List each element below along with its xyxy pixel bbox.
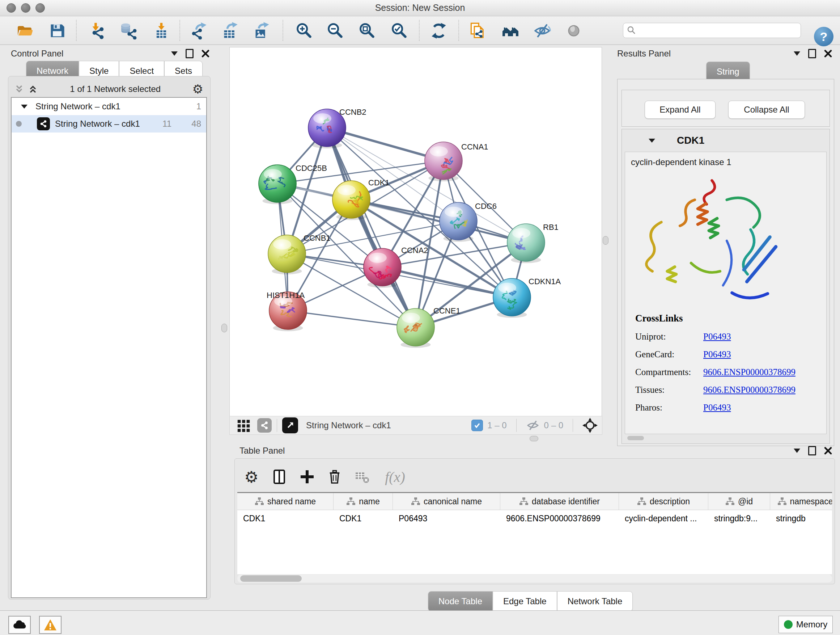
string-home-button[interactable] <box>501 21 520 40</box>
memory-status-button[interactable]: Memory <box>778 616 833 633</box>
column-header--id[interactable]: @id <box>708 493 770 510</box>
edge-CCNB2-CCNE1[interactable] <box>327 128 416 327</box>
export-network-button[interactable] <box>190 21 209 40</box>
table-cell[interactable]: cyclin-dependent ... <box>619 510 708 527</box>
node-CCNA1[interactable] <box>425 142 462 181</box>
clone-network-button[interactable] <box>469 21 487 40</box>
function-builder-button[interactable]: f(x) <box>379 467 411 487</box>
node-CCNB1[interactable] <box>268 235 306 274</box>
node-RB1[interactable] <box>507 224 545 263</box>
crosslink-value-link[interactable]: P06493 <box>703 402 731 413</box>
zoom-out-button[interactable] <box>325 21 344 40</box>
column-header-canonical-name[interactable]: canonical name <box>393 493 500 510</box>
cloud-status-button[interactable] <box>8 616 31 634</box>
network-collection-row[interactable]: String Network – cdk1 1 <box>11 98 206 115</box>
node-CDC25B[interactable] <box>259 165 296 204</box>
gear-icon[interactable]: ⚙ <box>193 82 203 96</box>
node-CCNE1[interactable] <box>397 309 434 348</box>
birdseye-view-icon[interactable] <box>282 417 298 433</box>
help-button[interactable]: ? <box>814 27 834 46</box>
import-network-file-button[interactable] <box>88 21 107 40</box>
float-panel-icon[interactable] <box>186 49 194 58</box>
save-session-button[interactable] <box>48 21 66 40</box>
node-CDKN1A[interactable] <box>493 279 531 318</box>
selected-checkbox-icon[interactable] <box>471 420 483 431</box>
search-input[interactable] <box>636 25 797 35</box>
delete-column-button[interactable] <box>325 467 345 487</box>
string-network-graph[interactable]: CCNB2CCNA1CDC25BCDK1CDC6RB1CCNB1CCNA2CDK… <box>230 48 602 416</box>
import-table-file-button[interactable] <box>152 21 171 40</box>
column-header-shared-name[interactable]: shared name <box>237 493 333 510</box>
crosslinks-list: Uniprot:P06493GeneCard:P06493Compartment… <box>635 332 796 413</box>
import-network-database-button[interactable] <box>119 21 138 40</box>
table-cell[interactable]: stringdb:9... <box>708 510 770 527</box>
table-cell[interactable]: CDK1 <box>237 510 333 527</box>
close-panel-icon[interactable] <box>824 447 832 455</box>
crosslink-value-link[interactable]: 9606.ENSP00000378699 <box>703 367 796 377</box>
network-view-canvas[interactable]: CCNB2CCNA1CDC25BCDK1CDC6RB1CCNB1CCNA2CDK… <box>229 47 602 416</box>
status-separator <box>277 419 277 432</box>
edge-CCNA2-CDKN1A[interactable] <box>382 267 512 297</box>
table-cell[interactable]: stringdb <box>770 510 832 527</box>
tab-node-table[interactable]: Node Table <box>428 591 493 611</box>
show-all-button[interactable] <box>564 21 583 40</box>
panel-menu-caret-icon[interactable] <box>794 51 800 56</box>
right-splitter-grip[interactable] <box>603 236 608 245</box>
tab-network-table[interactable]: Network Table <box>557 591 633 611</box>
grid-view-icon[interactable] <box>236 418 251 433</box>
table-hscroll-thumb[interactable] <box>240 575 302 582</box>
left-splitter-grip[interactable] <box>221 324 227 333</box>
panel-menu-caret-icon[interactable] <box>171 51 178 56</box>
node-CDK1[interactable] <box>332 181 370 220</box>
collection-expand-caret-icon[interactable] <box>20 103 28 109</box>
column-header-namespace[interactable]: namespace <box>770 493 832 510</box>
crosslink-value-link[interactable]: 9606.ENSP00000378699 <box>703 385 796 395</box>
zoom-in-button[interactable] <box>294 21 313 40</box>
panel-menu-caret-icon[interactable] <box>794 448 800 453</box>
column-header-name[interactable]: name <box>333 493 393 510</box>
zoom-selected-button[interactable] <box>390 21 409 40</box>
export-image-button[interactable] <box>253 21 271 40</box>
selected-count: 1 – 0 <box>487 420 507 431</box>
edge-CDK1-RB1[interactable] <box>351 200 526 242</box>
gene-section-header[interactable]: CDK1 <box>622 129 829 152</box>
zoom-fit-button[interactable] <box>357 21 376 40</box>
show-columns-button[interactable] <box>270 467 290 487</box>
collapse-all-chevron-icon[interactable] <box>14 84 25 95</box>
collapse-all-button[interactable]: Collapse All <box>728 101 805 119</box>
results-panel-title: Results Panel <box>617 49 671 59</box>
expand-all-button[interactable]: Expand All <box>645 101 715 119</box>
export-table-button[interactable] <box>221 21 240 40</box>
bottom-splitter-grip[interactable] <box>530 436 538 441</box>
section-collapse-caret-icon[interactable] <box>648 138 656 143</box>
expand-all-chevron-icon[interactable] <box>27 84 38 95</box>
crosslink-value-link[interactable]: P06493 <box>703 349 731 359</box>
delete-table-button[interactable] <box>352 467 372 487</box>
results-hscroll-thumb[interactable] <box>627 436 644 440</box>
fit-content-crosshair-icon[interactable] <box>583 418 598 433</box>
column-header-database-identifier[interactable]: database identifier <box>500 493 619 510</box>
column-header-description[interactable]: description <box>619 493 708 510</box>
close-panel-icon[interactable] <box>202 50 210 57</box>
crosslink-value-link[interactable]: P06493 <box>703 332 731 342</box>
close-panel-icon[interactable] <box>824 50 832 57</box>
search-field[interactable] <box>623 23 801 38</box>
warnings-button[interactable] <box>39 616 62 634</box>
column-tree-icon <box>725 497 735 506</box>
table-settings-button[interactable]: ⚙ <box>241 467 262 487</box>
table-cell[interactable]: P06493 <box>393 510 500 527</box>
table-cell[interactable]: 9606.ENSP00000378699 <box>500 510 619 527</box>
float-panel-icon[interactable] <box>808 446 816 455</box>
tab-edge-table[interactable]: Edge Table <box>493 591 557 611</box>
open-session-button[interactable] <box>15 21 34 40</box>
float-panel-icon[interactable] <box>808 49 816 58</box>
string-view-icon[interactable] <box>257 418 272 432</box>
network-row[interactable]: String Network – cdk1 11 48 <box>11 115 206 133</box>
create-column-button[interactable] <box>297 467 317 487</box>
table-cell[interactable]: CDK1 <box>333 510 393 527</box>
gene-result-section: CDK1 cyclin-dependent kinase 1 CrossLi <box>622 129 830 444</box>
apply-layout-button[interactable] <box>429 21 448 40</box>
hide-selected-button[interactable] <box>533 21 552 40</box>
table-row[interactable]: CDK1CDK1P064939606.ENSP00000378699cyclin… <box>237 510 832 527</box>
edge-HIST1H1A-CCNE1[interactable] <box>288 310 416 327</box>
